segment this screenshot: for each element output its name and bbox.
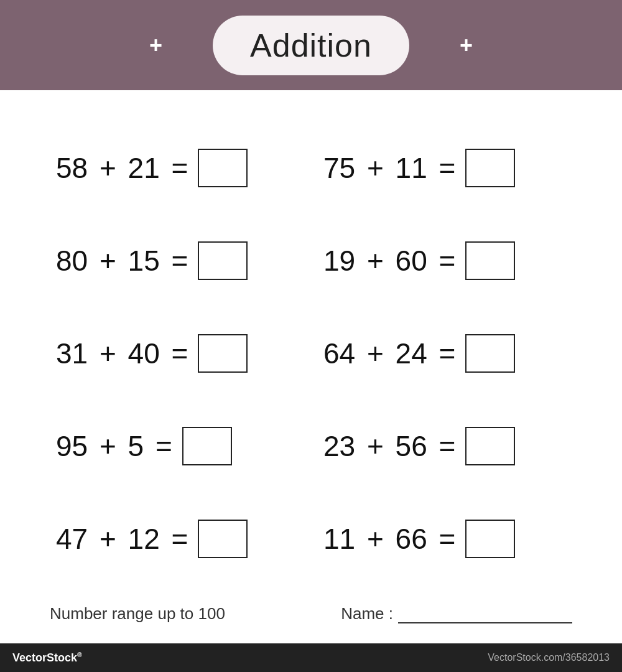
problem-cell: 95 + 5 = bbox=[44, 400, 311, 493]
problem-eq: = bbox=[164, 522, 188, 556]
problem-text: 80 + 15 = bbox=[56, 241, 248, 280]
page-title: Addition bbox=[250, 27, 372, 63]
problem-right: 12 bbox=[128, 522, 160, 556]
watermark-brand: VectorStock bbox=[12, 651, 77, 664]
problem-right: 66 bbox=[396, 522, 427, 556]
registered-symbol: ® bbox=[77, 651, 82, 658]
problem-op: + bbox=[91, 522, 124, 556]
answer-box[interactable] bbox=[198, 241, 248, 280]
problem-op: + bbox=[359, 151, 391, 185]
problem-right: 24 bbox=[396, 337, 427, 370]
problem-op: + bbox=[91, 244, 124, 278]
problem-eq: = bbox=[164, 244, 188, 278]
problem-op: + bbox=[359, 337, 391, 370]
problem-cell: 11 + 66 = bbox=[311, 493, 578, 586]
problem-right: 21 bbox=[128, 151, 160, 185]
problem-text: 19 + 60 = bbox=[323, 241, 515, 280]
name-label: Name : bbox=[341, 604, 393, 623]
problem-cell: 23 + 56 = bbox=[311, 400, 578, 493]
problem-text: 75 + 11 = bbox=[323, 149, 515, 187]
answer-box[interactable] bbox=[182, 427, 232, 465]
watermark-right: VectorStock.com/36582013 bbox=[488, 652, 610, 663]
name-underline[interactable] bbox=[398, 606, 572, 623]
problem-eq: = bbox=[431, 522, 456, 556]
watermark-bar: VectorStock® VectorStock.com/36582013 bbox=[0, 643, 622, 672]
footer-info: Number range up to 100 Name : bbox=[44, 598, 578, 631]
answer-box[interactable] bbox=[465, 427, 515, 465]
answer-box[interactable] bbox=[465, 241, 515, 280]
problem-op: + bbox=[91, 429, 124, 463]
problem-eq: = bbox=[431, 244, 456, 278]
problem-op: + bbox=[91, 337, 124, 370]
problem-text: 11 + 66 = bbox=[323, 520, 515, 558]
problem-right: 11 bbox=[396, 151, 427, 185]
problem-text: 58 + 21 = bbox=[56, 149, 248, 187]
problem-left: 47 bbox=[56, 522, 88, 556]
problem-eq: = bbox=[164, 151, 188, 185]
header-plus-right: + bbox=[460, 32, 473, 58]
problem-op: + bbox=[359, 429, 391, 463]
problem-text: 31 + 40 = bbox=[56, 334, 248, 373]
problem-cell: 19 + 60 = bbox=[311, 214, 578, 307]
problem-text: 64 + 24 = bbox=[323, 334, 515, 373]
problem-cell: 80 + 15 = bbox=[44, 214, 311, 307]
problem-eq: = bbox=[431, 337, 456, 370]
answer-box[interactable] bbox=[198, 520, 248, 558]
problem-right: 40 bbox=[128, 337, 160, 370]
problem-right: 5 bbox=[128, 429, 144, 463]
number-range-label: Number range up to 100 bbox=[50, 604, 225, 623]
problem-left: 75 bbox=[323, 151, 355, 185]
problem-left: 31 bbox=[56, 337, 88, 370]
problem-left: 19 bbox=[323, 244, 355, 278]
title-pill: Addition bbox=[213, 16, 409, 75]
problem-text: 47 + 12 = bbox=[56, 520, 248, 558]
problem-left: 11 bbox=[323, 522, 355, 556]
problem-right: 60 bbox=[396, 244, 427, 278]
answer-box[interactable] bbox=[465, 334, 515, 373]
problem-op: + bbox=[91, 151, 124, 185]
page-wrapper: + Addition + 58 + 21 = 75 + 11 = 80 + 15… bbox=[0, 0, 622, 672]
problem-op: + bbox=[359, 522, 391, 556]
problem-cell: 75 + 11 = bbox=[311, 121, 578, 214]
problem-eq: = bbox=[431, 429, 456, 463]
problem-text: 23 + 56 = bbox=[323, 427, 515, 465]
main-content: 58 + 21 = 75 + 11 = 80 + 15 = 19 + 60 = … bbox=[0, 90, 622, 643]
problem-text: 95 + 5 = bbox=[56, 427, 232, 465]
problem-cell: 64 + 24 = bbox=[311, 307, 578, 399]
problem-eq: = bbox=[431, 151, 456, 185]
problem-left: 58 bbox=[56, 151, 88, 185]
header-plus-left: + bbox=[149, 32, 162, 58]
problem-eq: = bbox=[147, 429, 172, 463]
problem-op: + bbox=[359, 244, 391, 278]
answer-box[interactable] bbox=[198, 334, 248, 373]
problem-left: 23 bbox=[323, 429, 355, 463]
problems-grid: 58 + 21 = 75 + 11 = 80 + 15 = 19 + 60 = … bbox=[44, 109, 578, 598]
watermark-left: VectorStock® bbox=[12, 651, 82, 665]
problem-cell: 47 + 12 = bbox=[44, 493, 311, 586]
problem-left: 64 bbox=[323, 337, 355, 370]
answer-box[interactable] bbox=[465, 520, 515, 558]
problem-cell: 31 + 40 = bbox=[44, 307, 311, 399]
problem-left: 95 bbox=[56, 429, 88, 463]
problem-right: 56 bbox=[396, 429, 427, 463]
answer-box[interactable] bbox=[198, 149, 248, 187]
name-field: Name : bbox=[341, 604, 572, 623]
problem-left: 80 bbox=[56, 244, 88, 278]
problem-eq: = bbox=[164, 337, 188, 370]
answer-box[interactable] bbox=[465, 149, 515, 187]
problem-right: 15 bbox=[128, 244, 160, 278]
header: + Addition + bbox=[0, 0, 622, 90]
problem-cell: 58 + 21 = bbox=[44, 121, 311, 214]
